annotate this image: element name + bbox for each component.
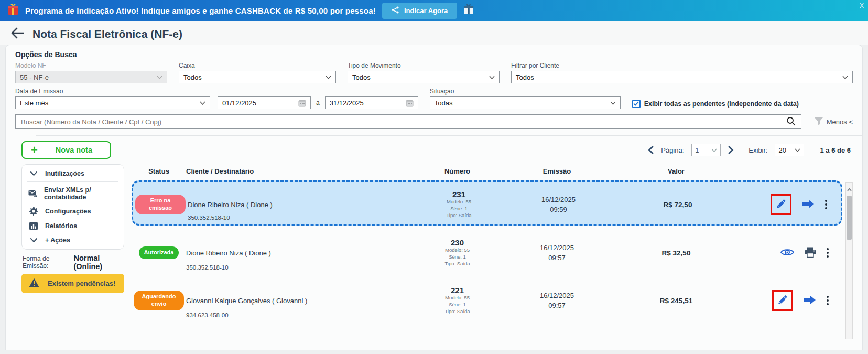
column-header-emissao: Emissão xyxy=(503,167,611,175)
data-inicio-value: 01/12/2025 xyxy=(222,99,256,107)
sidebar-item-acoes[interactable]: + Ações xyxy=(22,233,124,247)
table-row[interactable]: Autorizada Dione Ribeiro Niza ( Dione ) … xyxy=(132,229,842,274)
back-button[interactable] xyxy=(10,27,24,40)
range-info: 1 a 6 de 6 xyxy=(820,146,851,154)
invoice-table: Status Cliente / Destinatário Número Emi… xyxy=(132,164,853,324)
forward-button[interactable] xyxy=(802,199,815,210)
sidebar-item-relatorios[interactable]: Relatórios xyxy=(22,219,124,233)
page-select[interactable]: 1 xyxy=(691,144,721,156)
page-next-button[interactable] xyxy=(728,146,734,154)
chevron-down-icon xyxy=(842,76,848,79)
column-header-status: Status xyxy=(132,167,186,175)
valor: R$ 32,50 xyxy=(611,249,742,257)
cliente-documento: 350.352.518-10 xyxy=(188,214,230,221)
more-options-button[interactable] xyxy=(827,296,829,305)
page-prev-button[interactable] xyxy=(648,146,654,154)
nova-nota-button[interactable]: + Nova nota xyxy=(21,141,111,159)
sidebar-item-enviar-xmls[interactable]: Enviar XMLs p/ contabilidade xyxy=(22,183,124,204)
emissao-hora: 09:57 xyxy=(503,253,611,263)
kebab-icon xyxy=(827,296,829,305)
chevron-down-icon xyxy=(711,148,717,152)
forma-emissao: Forma de Emissão: Normal (Online) xyxy=(23,254,124,271)
table-row[interactable]: Aguardando envio Giovanni Kaique Gonçalv… xyxy=(132,276,842,321)
promo-banner: Programa de Indicação Ativo! Indique ami… xyxy=(0,0,868,21)
gear-icon xyxy=(28,207,39,216)
modelo-nf-label: Modelo NF xyxy=(15,62,167,69)
sidebar-item-configuracoes[interactable]: Configurações xyxy=(22,204,124,219)
exibir-pendentes-checkbox[interactable]: Exibir todas as pendentes (independente … xyxy=(632,88,799,109)
emissao-data: 16/12/2025 xyxy=(503,291,611,301)
numero-serie: Série: 1 xyxy=(411,254,503,261)
search-icon xyxy=(786,116,796,127)
gift-icon-white xyxy=(463,3,474,18)
sidebar-item-label: + Ações xyxy=(45,237,70,244)
pendencias-button[interactable]: Existem pendências! xyxy=(21,274,124,293)
data-emissao-value: Este mês xyxy=(20,99,48,107)
scroll-up-icon[interactable] xyxy=(847,183,852,194)
arrow-left-icon xyxy=(10,27,24,40)
more-options-button[interactable] xyxy=(825,200,827,209)
edit-button[interactable] xyxy=(771,194,791,215)
column-header-valor: Valor xyxy=(611,167,742,175)
divider xyxy=(132,323,842,323)
banner-close-button[interactable]: X xyxy=(860,2,864,9)
plus-icon: + xyxy=(31,145,38,155)
emissao-data: 16/12/2025 xyxy=(503,243,611,253)
page-size-value: 20 xyxy=(778,146,786,154)
chevron-right-icon xyxy=(728,146,734,154)
column-header-cliente: Cliente / Destinatário xyxy=(186,167,411,175)
share-icon xyxy=(392,6,399,15)
chevron-down-icon xyxy=(28,171,39,176)
indicar-agora-button[interactable]: Indicar Agora xyxy=(382,3,457,19)
sidebar-item-inutilizacoes[interactable]: Inutilizações xyxy=(22,167,124,180)
funnel-icon xyxy=(814,117,823,127)
data-fim-input[interactable]: 31/12/2025 xyxy=(325,96,418,109)
status-badge: Aguardando envio xyxy=(134,291,184,310)
scrollbar-thumb[interactable] xyxy=(847,196,852,240)
vertical-scrollbar[interactable] xyxy=(845,182,853,339)
chevron-down-icon xyxy=(795,148,800,152)
menos-filter-toggle[interactable]: Menos < xyxy=(809,117,853,127)
caixa-value: Todos xyxy=(183,73,202,81)
chevron-down-icon xyxy=(610,101,616,105)
pendencias-label: Existem pendências! xyxy=(48,280,115,287)
edit-icon xyxy=(777,294,788,307)
numero-tipo: Tipo: Saída xyxy=(411,308,503,315)
tipo-movimento-select[interactable]: Todos xyxy=(348,71,500,83)
data-emissao-select[interactable]: Este mês xyxy=(15,96,210,109)
banner-text: Programa de Indicação Ativo! Indique ami… xyxy=(25,6,376,15)
sidebar-menu: Inutilizações Enviar XMLs p/ contabilida… xyxy=(21,164,124,250)
numero-modelo: Modelo: 55 xyxy=(411,295,503,302)
envelope-send-icon xyxy=(28,190,38,197)
view-button[interactable] xyxy=(780,248,794,259)
search-button[interactable] xyxy=(780,115,801,128)
situacao-select[interactable]: Todas xyxy=(430,96,621,109)
exibir-label: Exibir: xyxy=(748,146,767,154)
caixa-select[interactable]: Todos xyxy=(179,71,336,83)
cliente-name: Dione Ribeiro Niza ( Dione ) xyxy=(188,201,413,209)
calendar-icon xyxy=(406,99,414,107)
cliente-documento: 934.623.458-00 xyxy=(186,312,229,318)
chevron-down-icon xyxy=(28,238,39,242)
search-input[interactable] xyxy=(16,118,780,126)
more-options-button[interactable] xyxy=(827,248,829,258)
warning-triangle-icon xyxy=(29,278,39,289)
table-row[interactable]: Erro na emissão Dione Ribeiro Niza ( Dio… xyxy=(132,180,842,226)
search-section-title: Opções de Busca xyxy=(15,50,853,59)
numero-tipo: Tipo: Saída xyxy=(413,212,505,219)
edit-button[interactable] xyxy=(772,290,793,311)
forward-button[interactable] xyxy=(804,295,816,306)
page-size-select[interactable]: 20 xyxy=(775,144,804,156)
filtrar-cliente-value: Todos xyxy=(516,73,534,81)
column-header-numero: Número xyxy=(411,167,503,175)
data-emissao-label: Data de Emissão xyxy=(15,88,210,95)
status-badge: Autorizada xyxy=(139,246,179,259)
filtrar-cliente-select[interactable]: Todos xyxy=(511,71,853,83)
print-button[interactable] xyxy=(805,247,816,259)
data-inicio-input[interactable]: 01/12/2025 xyxy=(218,96,311,109)
table-header: Status Cliente / Destinatário Número Emi… xyxy=(132,164,842,180)
numero-value: 221 xyxy=(411,286,503,295)
forward-icon xyxy=(802,199,815,210)
caixa-label: Caixa xyxy=(179,62,336,69)
numero-tipo: Tipo: Saída xyxy=(411,261,503,267)
